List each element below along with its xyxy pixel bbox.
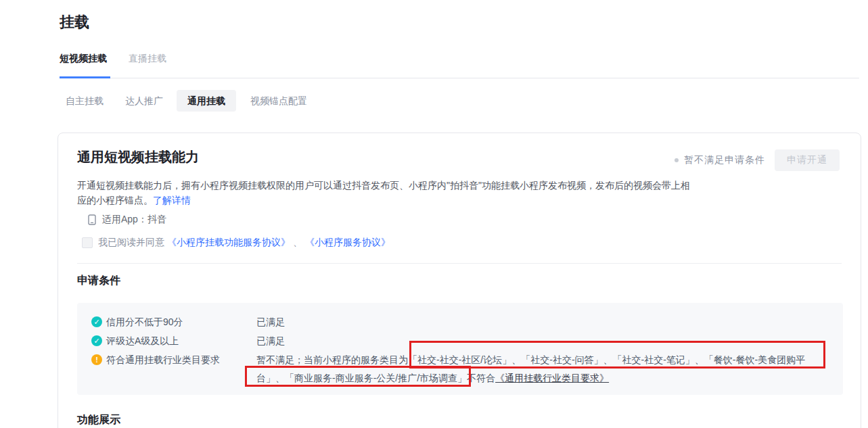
tab-live-mount[interactable]: 直播挂载 [129,53,166,65]
check-circle-icon [91,335,102,346]
condition-value: 已满足 [256,335,285,347]
miniapp-service-agreement-link[interactable]: 《小程序服务协议》 [305,237,390,249]
active-tab-underline [60,76,110,78]
mount-service-agreement-link[interactable]: 《小程序挂载功能服务协议》 [167,237,290,249]
agreement-checkbox[interactable] [82,237,93,248]
condition-value: 暂不满足；当前小程序的服务类目为「社交-社交-社区/论坛」、「社交-社交-问答」… [256,351,838,387]
subtab-self-mount[interactable]: 自主挂载 [66,90,104,112]
check-circle-icon [91,316,102,327]
status-text: 暂不满足申请条件 [684,154,765,166]
condition-label: 信用分不低于90分 [106,316,183,328]
page-title: 挂载 [60,12,89,32]
agreement-separator: 、 [293,237,302,249]
condition-value-line2: 台」、「商业服务-商业服务-公关/推广/市场调查」不符合 [256,373,495,383]
tab-short-video-mount[interactable]: 短视频挂载 [60,53,107,65]
learn-more-link[interactable]: 了解详情 [153,195,191,206]
description-text-line2: 应的小程序锚点。 [77,195,153,206]
applicable-app-text: 适用App：抖音 [102,214,166,226]
condition-value: 已满足 [256,316,285,328]
card-title: 通用短视频挂载能力 [77,148,199,166]
status-group: 暂不满足申请条件 申请开通 [675,149,840,171]
mobile-app-icon [87,214,97,225]
subtab-general-mount[interactable]: 通用挂载 [177,90,236,112]
condition-label: 评级达A级及以上 [106,335,179,347]
apply-open-button[interactable]: 申请开通 [775,149,840,171]
agreement-prefix: 我已阅读并同意 [98,237,164,249]
subtab-video-anchor-config[interactable]: 视频锚点配置 [250,90,307,112]
warning-circle-icon [91,354,102,365]
page: 挂载 短视频挂载 直播挂载 自主挂载 达人推广 通用挂载 视频锚点配置 通用短视… [0,0,868,428]
status-badge: 暂不满足申请条件 [675,154,765,166]
general-mount-card: 通用短视频挂载能力 暂不满足申请条件 申请开通 开通短视频挂载能力后，拥有小程序… [58,133,861,428]
applicable-app-row: 适用App：抖音 [87,214,166,226]
industry-category-requirement-link[interactable]: 《通用挂载行业类目要求》 [495,373,609,383]
conditions-heading: 申请条件 [77,274,120,288]
section-divider [77,263,842,264]
agreement-row: 我已阅读并同意 《小程序挂载功能服务协议》 、 《小程序服务协议》 [82,237,390,249]
subtab-talent-promotion[interactable]: 达人推广 [125,90,163,112]
status-dot-icon [675,158,679,162]
features-heading: 功能展示 [77,413,120,427]
condition-value-line1: 暂不满足；当前小程序的服务类目为「社交-社交-社区/论坛」、「社交-社交-问答」… [256,351,838,369]
card-description: 开通短视频挂载能力后，拥有小程序视频挂载权限的用户可以通过抖音发布页、小程序内"… [77,178,718,208]
conditions-panel: 信用分不低于90分 已满足 评级达A级及以上 已满足 符合通用挂载行业类目要求 … [77,303,843,395]
description-text-line1: 开通短视频挂载能力后，拥有小程序视频挂载权限的用户可以通过抖音发布页、小程序内"… [77,178,718,193]
condition-label: 符合通用挂载行业类目要求 [106,351,220,369]
tabs-divider [60,78,859,78]
